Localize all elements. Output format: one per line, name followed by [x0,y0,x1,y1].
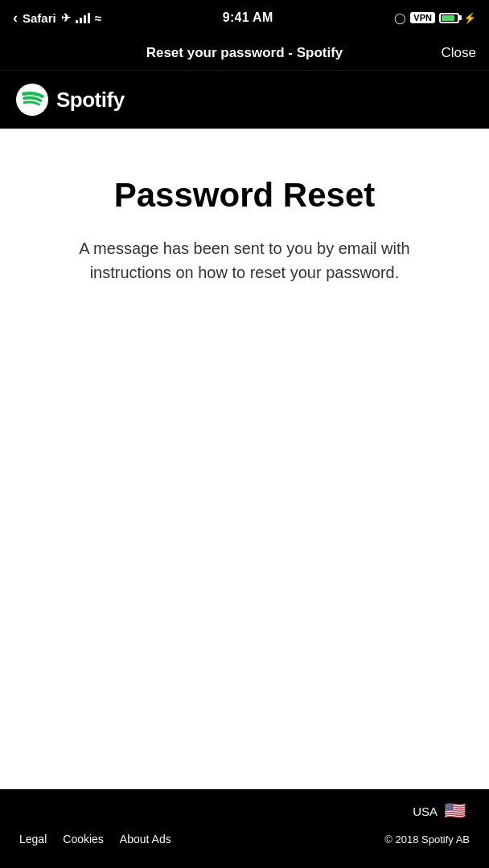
signal-bars [76,12,90,23]
status-time: 9:41 AM [223,10,273,25]
usa-flag-icon: 🇺🇸 [444,802,470,820]
spotify-logo: Spotify [16,84,125,116]
status-bar: ‹ Safari ✈ ≈ 9:41 AM ◯ VPN ⚡ [0,0,489,35]
status-left: ‹ Safari ✈ ≈ [13,10,101,27]
close-button[interactable]: Close [442,45,476,61]
country-label: USA [413,805,438,818]
nav-bar: Reset your password - Spotify Close [0,35,489,71]
spotify-icon [16,84,48,116]
battery-body [439,13,459,23]
main-content: Password Reset A message has been sent t… [0,129,489,789]
footer-country-row: USA 🇺🇸 [19,802,470,820]
cookies-link[interactable]: Cookies [63,833,104,845]
wifi-icon: ≈ [95,11,101,25]
battery-indicator [439,13,459,23]
footer-links: Legal Cookies About Ads [19,833,171,845]
svg-point-0 [16,84,48,116]
spotify-wordmark: Spotify [56,88,125,113]
footer: USA 🇺🇸 Legal Cookies About Ads © 2018 Sp… [0,789,489,868]
charging-icon: ⚡ [463,12,476,24]
legal-link[interactable]: Legal [19,833,47,845]
vpn-badge: VPN [410,12,435,23]
spotify-header: Spotify [0,71,489,129]
status-right: ◯ VPN ⚡ [394,12,476,24]
page-description: A message has been sent to you by email … [51,236,438,285]
footer-bottom-row: Legal Cookies About Ads © 2018 Spotify A… [19,833,470,845]
lock-icon: ◯ [394,12,406,24]
page-title: Password Reset [114,177,375,214]
back-arrow-icon: ‹ [13,10,18,27]
airplane-icon: ✈ [61,11,71,24]
copyright-text: © 2018 Spotify AB [384,833,470,845]
about-ads-link[interactable]: About Ads [120,833,171,845]
nav-title: Reset your password - Spotify [146,45,343,61]
carrier-label: Safari [23,11,56,25]
battery-fill [442,15,454,21]
